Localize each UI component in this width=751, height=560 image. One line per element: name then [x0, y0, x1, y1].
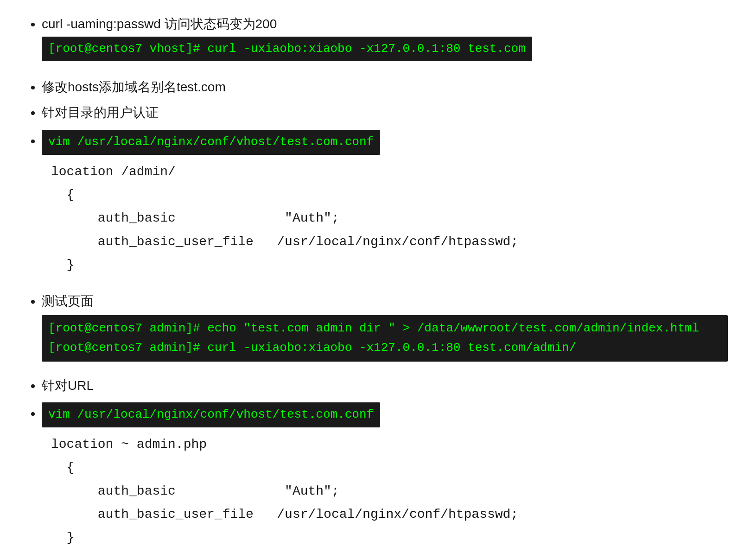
terminal-vim-conf-2: vim /usr/local/nginx/conf/vhost/test.com…: [42, 402, 380, 427]
code-auth-basic-1: auth_basic "Auth";: [51, 211, 339, 225]
code-location-admin: location /admin/ { auth_basic "Auth"; au…: [51, 160, 728, 277]
code-close-brace-1: }: [51, 258, 74, 272]
terminal-curl-access: [root@centos7 vhost]# curl -uxiaobo:xiao…: [42, 37, 532, 62]
code-auth-file-1: auth_basic_user_file /usr/local/nginx/co…: [51, 235, 518, 249]
bullet-modify-hosts: 修改hosts添加域名别名test.com: [42, 77, 728, 98]
bullet-url-target: 针对URL: [42, 375, 728, 396]
bullet-vim-conf-1: vim /usr/local/nginx/conf/vhost/test.com…: [42, 128, 728, 277]
terminal-vim-conf-1: vim /usr/local/nginx/conf/vhost/test.com…: [42, 130, 380, 155]
bullet-vim-conf-2: vim /usr/local/nginx/conf/vhost/test.com…: [42, 401, 728, 550]
code-location-php: location ~ admin.php { auth_basic "Auth"…: [51, 433, 728, 550]
bullet-text-curl: curl -uaming:passwd 访问状态码变为200: [42, 17, 277, 31]
code-open-brace-1: {: [51, 188, 74, 202]
terminal-echo: [root@centos7 admin]# echo "test.com adm…: [42, 315, 728, 361]
code-auth-file-2: auth_basic_user_file /usr/local/nginx/co…: [51, 507, 518, 522]
bullet-text-auth: 针对目录的用户认证: [42, 105, 159, 120]
code-auth-basic-2: auth_basic "Auth";: [51, 484, 339, 498]
bullet-curl-access: curl -uaming:passwd 访问状态码变为200 [root@cen…: [42, 14, 728, 63]
bullet-text-url: 针对URL: [42, 378, 94, 393]
code-location-line1: location /admin/: [51, 165, 176, 179]
bullet-test-page: 测试页面 [root@centos7 admin]# echo "test.co…: [42, 291, 728, 362]
code-open-brace-2: {: [51, 460, 74, 475]
code-close-brace-2: }: [51, 530, 74, 545]
bullet-user-auth: 针对目录的用户认证: [42, 102, 728, 123]
bullet-text-test: 测试页面: [42, 294, 94, 308]
code-location-line2: location ~ admin.php: [51, 437, 207, 452]
bullet-text-hosts: 修改hosts添加域名别名test.com: [42, 80, 226, 94]
